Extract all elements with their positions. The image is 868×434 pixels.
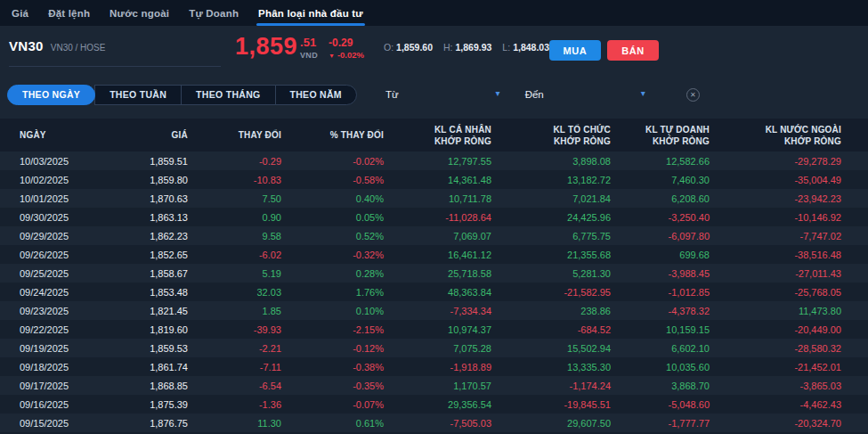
cell-price: 1,859.80 [98,170,191,189]
cell-price: 1,859.51 [98,151,191,170]
cell-date: 09/24/2025 [0,283,98,301]
cell-individual: 25,718.58 [387,264,495,283]
open-stat: O:1,859.60 [384,42,433,53]
symbol-block: VN30 VN30 / HOSE [9,33,221,67]
table-row: 10/01/20251,870.637.500.40%10,711.787,02… [0,189,868,208]
period-tab[interactable]: THEO NĂM [275,85,357,105]
cell-proprietary: -6,097.80 [614,226,713,245]
cell-institution: -19,845.51 [495,395,614,414]
from-date-select[interactable]: ▾ [410,86,502,103]
cell-institution: 13,335.30 [495,357,614,376]
cell-institution: -684.52 [495,320,614,339]
cell-individual: -7,505.03 [387,414,495,432]
nav-item[interactable]: Giá [2,0,38,26]
cell-proprietary: 6,208.60 [614,189,713,208]
from-label: Từ [385,89,399,100]
cell-date: 09/25/2025 [0,264,98,283]
cell-proprietary: -5,048.60 [614,395,713,414]
cell-proprietary: -1,777.77 [614,414,713,432]
cell-change-pct: 0.28% [285,264,387,283]
cell-change: 7.50 [191,189,285,208]
cell-price: 1,863.13 [98,208,191,226]
cell-foreign: -4,462.43 [713,395,868,414]
cell-institution: -1,174.24 [495,376,614,395]
cell-institution: 3,898.08 [495,151,614,170]
cell-change-pct: 0.40% [285,189,387,208]
cell-foreign: -7,747.02 [713,226,868,245]
cell-price: 1,870.63 [98,189,191,208]
cell-change-pct: -0.07% [285,395,387,414]
cell-change: -2.21 [191,339,285,357]
nav-item[interactable]: Tự Doanh [179,0,248,26]
table-row: 09/19/20251,859.53-2.21-0.12%7,075.2815,… [0,339,868,357]
cell-individual: 29,356.54 [387,395,495,414]
cell-change-pct: 1.76% [285,283,387,301]
investor-flow-table: NGÀYGIÁTHAY ĐỔI% THAY ĐỔIKL CÁ NHÂNKHỚP … [0,119,868,434]
cell-price: 1,875.39 [98,395,191,414]
nav-item[interactable]: Phân loại nhà đầu tư [248,0,373,26]
nav-item[interactable]: Đặt lệnh [38,0,100,26]
cell-foreign: 11,473.80 [713,301,868,320]
cell-price: 1,861.74 [98,357,191,376]
period-tab[interactable]: THEO TUẦN [94,85,182,105]
period-tab[interactable]: THEO THÁNG [181,85,275,105]
to-date-select[interactable]: ▾ [555,86,647,103]
cell-institution: 13,182.72 [495,170,614,189]
high-stat: H:1,869.93 [443,42,491,53]
symbol-exchange: VN30 / HOSE [51,43,106,53]
cell-change-pct: 0.61% [285,414,387,432]
column-header: KL CÁ NHÂNKHỚP RÒNG [387,119,495,151]
cell-individual: 10,974.37 [387,320,495,339]
cell-individual: 1,170.57 [387,376,495,395]
low-stat: L:1,848.03 [502,42,549,53]
chevron-down-icon: ▾ [496,88,500,99]
cell-price: 1,876.75 [98,414,191,432]
table-body: 10/03/20251,859.51-0.29-0.02%12,797.553,… [0,151,868,434]
clear-filter-icon[interactable]: ✕ [686,88,700,102]
cell-change: 1.85 [191,301,285,320]
cell-change: 0.90 [191,208,285,226]
cell-price: 1,853.48 [98,283,191,301]
cell-institution: 7,021.84 [495,189,614,208]
cell-change: -6.54 [191,376,285,395]
cell-date: 10/03/2025 [0,151,98,170]
ohl-stats: O:1,859.60 H:1,869.93 L:1,848.03 [384,42,549,53]
cell-proprietary: 3,868.70 [614,376,713,395]
cell-change: -1.36 [191,395,285,414]
cell-date: 09/17/2025 [0,376,98,395]
cell-date: 09/22/2025 [0,320,98,339]
table-row: 09/25/20251,858.675.190.28%25,718.585,28… [0,264,868,283]
nav-item[interactable]: Nước ngoài [100,0,179,26]
cell-proprietary: 7,460.30 [614,170,713,189]
cell-change-pct: 0.05% [285,208,387,226]
symbol-name: VN30 [9,38,44,53]
cell-institution: 238.86 [495,301,614,320]
cell-proprietary: 699.68 [614,245,713,264]
cell-foreign: -25,768.05 [713,283,868,301]
cell-foreign: -38,516.48 [713,245,868,264]
last-price-decimal: .51 [300,36,318,49]
table-row: 09/17/20251,868.85-6.54-0.35%1,170.57-1,… [0,376,868,395]
cell-foreign: -21,452.01 [713,357,868,376]
date-range-filter: Từ ▾ Đến ▾ ✕ [385,86,700,103]
period-tab[interactable]: THEO NGÀY [7,85,95,105]
cell-change: 9.58 [191,226,285,245]
price-change: -0.29 [329,37,364,49]
cell-date: 09/23/2025 [0,301,98,320]
cell-date: 09/29/2025 [0,226,98,245]
cell-change: 32.03 [191,283,285,301]
column-header: KL TỔ CHỨCKHỚP RÒNG [495,119,614,151]
cell-institution: 5,281.30 [495,264,614,283]
cell-proprietary: 10,159.15 [614,320,713,339]
sell-button[interactable]: BÁN [607,40,659,61]
cell-proprietary: -4,378.32 [614,301,713,320]
table-row: 09/24/20251,853.4832.031.76%48,363.84-21… [0,283,868,301]
price-details: .51 -0.29 VND ▼-0.02% [300,36,364,60]
table-row: 09/30/20251,863.130.900.05%-11,028.6424,… [0,208,868,226]
cell-foreign: -35,004.49 [713,170,868,189]
buy-button[interactable]: MUA [549,40,601,61]
column-header: KL NƯỚC NGOÀIKHỚP RÒNG [713,119,868,151]
cell-price: 1,821.45 [98,301,191,320]
cell-individual: 48,363.84 [387,283,495,301]
cell-price: 1,868.85 [98,376,191,395]
